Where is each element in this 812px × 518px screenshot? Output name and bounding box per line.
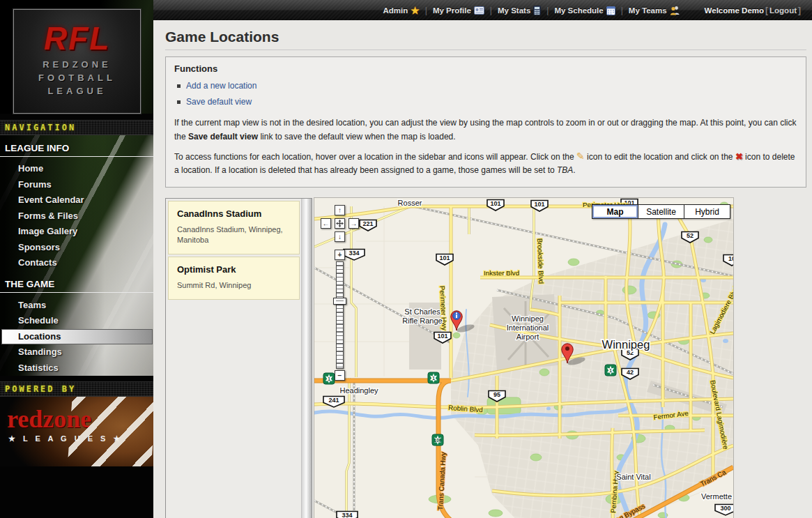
sidebar-item-event-calendar[interactable]: Event Calendar: [0, 192, 153, 208]
locations-panel: CanadInns Stadium CanadInns Stadium, Win…: [165, 198, 312, 518]
my-schedule-label: My Schedule: [554, 6, 603, 15]
sidebar-item-home[interactable]: Home: [0, 161, 153, 177]
powered-by-banner: POWERED BY: [0, 381, 153, 397]
svg-text:221: 221: [362, 220, 373, 227]
svg-text:52: 52: [687, 232, 694, 239]
locations-list: CanadInns Stadium CanadInns Stadium, Win…: [166, 199, 302, 518]
location-card-canadinns[interactable]: CanadInns Stadium CanadInns Stadium, Win…: [168, 201, 300, 254]
title-divider: [165, 49, 806, 50]
zoom-slider-track[interactable]: [336, 261, 344, 369]
svg-text:10: 10: [728, 255, 733, 262]
svg-text:Headingley: Headingley: [339, 386, 378, 395]
location-card-optimist-park[interactable]: Optimist Park Summit Rd, Winnipeg: [168, 257, 300, 300]
topbar-my-teams-link[interactable]: My Teams: [629, 6, 680, 15]
hybrid-button[interactable]: Hybrid: [684, 204, 730, 219]
page: { "topbar": { "items": [ {"label": "Admi…: [0, 0, 812, 518]
sidebar-item-schedule[interactable]: Schedule: [0, 313, 153, 329]
trans-canada-shield: 100: [432, 434, 443, 445]
pan-right-button[interactable]: →: [348, 218, 359, 229]
logout-link[interactable]: Logout: [769, 6, 797, 15]
my-profile-label: My Profile: [433, 6, 471, 15]
section-header-league-info: LEAGUE INFO: [0, 135, 153, 157]
zoom-in-button[interactable]: +: [335, 250, 345, 260]
topbar-my-stats-link[interactable]: My Stats: [498, 6, 541, 15]
map-container[interactable]: 221 334 101 101 101 101 101 52 10 52 42 …: [314, 198, 733, 518]
svg-text:Airport: Airport: [516, 333, 539, 341]
svg-text:300: 300: [720, 505, 730, 512]
functions-heading: Functions: [174, 63, 797, 74]
add-location-link[interactable]: Add a new location: [186, 78, 256, 94]
svg-text:Rifle Range: Rifle Range: [402, 317, 442, 325]
admin-label: Admin: [383, 6, 408, 15]
calculator-icon: [533, 6, 541, 15]
sidebar-item-sponsors[interactable]: Sponsors: [0, 240, 153, 256]
svg-text:1: 1: [328, 376, 330, 381]
location-address: Summit Rd, Winnipeg: [177, 280, 292, 291]
sidebar: RFL REDZONE FOOTBALL LEAGUE NAVIGATION L…: [0, 0, 153, 518]
location-name: CanadInns Stadium: [177, 208, 292, 219]
league-logo: RFL REDZONE FOOTBALL LEAGUE: [13, 9, 141, 114]
bullet-icon: [177, 100, 181, 104]
sidebar-item-forms-files[interactable]: Forms & Files: [0, 208, 153, 224]
para1-text: link to save the default view when the m…: [258, 132, 456, 142]
vertical-scrollbar[interactable]: [301, 199, 312, 518]
map-type-buttons: Map Satellite Hybrid: [592, 204, 730, 219]
save-default-view-link[interactable]: Save default view: [186, 94, 252, 110]
navigation-banner: NAVIGATION: [0, 120, 153, 135]
para2-text: To access functions for each location, h…: [174, 152, 576, 162]
functions-paragraph-2: To access functions for each location, h…: [174, 151, 797, 178]
satellite-button[interactable]: Satellite: [638, 204, 684, 219]
sidebar-nav: LEAGUE INFO Home Forums Event Calendar F…: [0, 135, 153, 376]
sidebar-item-teams[interactable]: Teams: [0, 298, 153, 314]
main-content: Game Locations Functions Add a new locat…: [153, 20, 812, 518]
edit-pencil-icon: [576, 151, 585, 161]
pan-left-button[interactable]: ←: [321, 218, 331, 229]
zoom-slider-thumb[interactable]: [333, 298, 346, 305]
location-name: Optimist Park: [177, 264, 292, 275]
sidebar-item-image-gallery[interactable]: Image Gallery: [0, 224, 153, 240]
trans-canada-shield: 1: [323, 373, 335, 384]
topbar-my-schedule-link[interactable]: My Schedule: [554, 6, 615, 15]
topbar-my-profile-link[interactable]: My Profile: [433, 6, 484, 15]
content-row: CanadInns Stadium CanadInns Stadium, Win…: [165, 198, 806, 518]
svg-text:Rosser: Rosser: [398, 199, 422, 207]
delete-x-icon: [735, 152, 743, 161]
topbar-separator: |: [490, 6, 492, 15]
para2-text: .: [573, 165, 575, 175]
para2-text: icon to edit the location and click on t…: [585, 152, 735, 162]
sidebar-item-contacts[interactable]: Contacts: [0, 255, 153, 271]
redzone-logo-sub: ★ L E A G U E S ★: [8, 434, 123, 443]
star-icon: ★: [411, 6, 420, 15]
topbar-separator: |: [546, 6, 549, 15]
sidebar-item-standings[interactable]: Standings: [0, 344, 153, 360]
profile-card-icon: [474, 6, 484, 15]
zoom-out-button[interactable]: −: [335, 370, 345, 381]
map-button[interactable]: Map: [592, 204, 638, 219]
sidebar-item-locations[interactable]: Locations: [1, 329, 153, 345]
svg-text:St Charles: St Charles: [404, 307, 441, 316]
sidebar-item-statistics[interactable]: Statistics: [0, 360, 153, 376]
topbar-admin-link[interactable]: Admin ★: [383, 6, 419, 15]
trans-canada-shield: 1: [428, 372, 439, 383]
logout-bracket-right: ]: [798, 6, 801, 15]
svg-text:101: 101: [490, 200, 500, 207]
league-logo-zone: RFL REDZONE FOOTBALL LEAGUE: [0, 0, 153, 114]
league-logo-line3: LEAGUE: [47, 85, 106, 98]
pan-up-button[interactable]: ↑: [335, 205, 345, 215]
svg-text:101: 101: [439, 254, 450, 261]
map-canvas[interactable]: 221 334 101 101 101 101 101 52 10 52 42 …: [314, 198, 733, 518]
logout-bracket-left: [: [765, 6, 768, 15]
location-address: CanadInns Stadium, Winnipeg, Manitoba: [177, 224, 292, 245]
calendar-icon: [606, 6, 615, 15]
pan-center-button[interactable]: [335, 218, 345, 229]
list-item: Add a new location: [174, 78, 797, 94]
svg-text:Inkster Blvd: Inkster Blvd: [484, 269, 519, 277]
svg-text:100: 100: [434, 438, 442, 443]
league-logo-line1: REDZONE: [43, 59, 112, 72]
svg-text:241: 241: [328, 397, 339, 404]
svg-text:Saint Vital: Saint Vital: [616, 473, 650, 481]
sidebar-item-forums[interactable]: Forums: [0, 177, 153, 193]
topbar-separator: |: [621, 6, 623, 15]
pan-down-button[interactable]: ↓: [335, 231, 345, 242]
league-logo-abbr: RFL: [44, 24, 110, 53]
